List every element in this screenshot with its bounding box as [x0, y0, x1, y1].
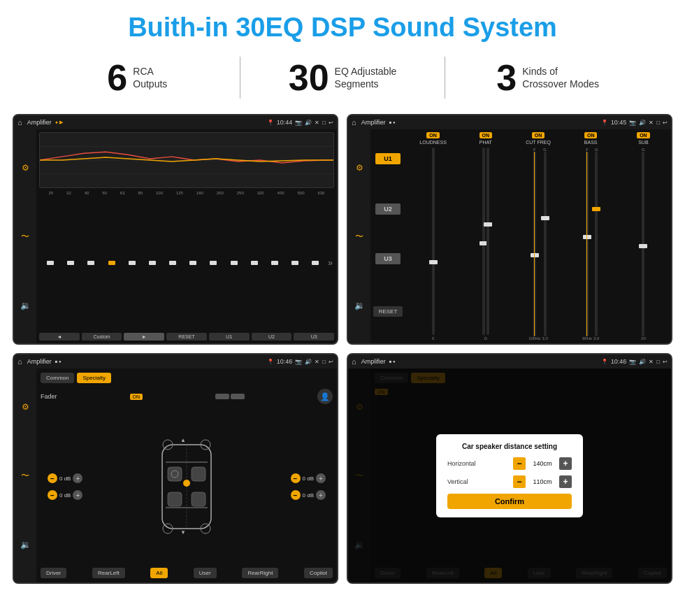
fader-wave-icon[interactable]: 〜: [21, 470, 29, 482]
fader-tab-common[interactable]: Common: [41, 373, 74, 383]
dialog-vertical-minus[interactable]: −: [513, 475, 526, 488]
xover-bass-on[interactable]: ON: [584, 132, 598, 138]
eq-time: 10:44: [277, 119, 293, 126]
eq-reset-btn[interactable]: RESET: [166, 333, 207, 341]
dialog-horizontal-plus[interactable]: +: [559, 457, 572, 470]
fader-all-btn[interactable]: All: [150, 568, 168, 578]
fader-minus-2[interactable]: −: [48, 490, 57, 500]
fader-minimize-icon[interactable]: □: [322, 359, 326, 365]
fader-rearleft-btn[interactable]: RearLeft: [92, 568, 125, 578]
fader-tab-specialty[interactable]: Specialty: [77, 373, 110, 383]
fader-back-icon[interactable]: ↩: [329, 359, 333, 365]
stat-divider-1: [240, 57, 240, 99]
dialog-horizontal-label: Horizontal: [447, 460, 486, 467]
dialog-minimize-icon[interactable]: □: [656, 359, 660, 365]
xover-reset-btn[interactable]: RESET: [373, 306, 403, 317]
eq-sidebar: ⚙ 〜 🔉: [14, 129, 36, 343]
eq-u1-btn[interactable]: U1: [209, 333, 250, 341]
fader-minus-1[interactable]: −: [48, 473, 57, 483]
dialog-screen-title: Amplifier: [361, 358, 386, 365]
svg-text:▼: ▼: [180, 529, 186, 536]
xover-sub-on[interactable]: ON: [637, 132, 650, 138]
dialog-horizontal-value-row: − 140cm +: [513, 457, 572, 470]
eq-back-icon[interactable]: ↩: [329, 120, 333, 126]
screens-grid: ⌂ Amplifier ● ▶ 📍 10:44 📷 🔊 ✕ □ ↩ ⚙ 〜 🔉: [0, 110, 685, 591]
eq-prev-btn[interactable]: ◄: [39, 333, 80, 341]
dialog-overlay: Car speaker distance setting Horizontal …: [348, 368, 671, 582]
xover-home-icon[interactable]: ⌂: [352, 118, 356, 127]
xover-camera-icon: 📷: [629, 120, 636, 126]
fader-speaker-icon[interactable]: 🔉: [20, 540, 31, 550]
xover-status-bar: ⌂ Amplifier ■ ● 📍 10:45 📷 🔊 ✕ □ ↩: [348, 115, 671, 129]
dialog-time: 10:46: [611, 358, 627, 365]
dialog-confirm-button[interactable]: Confirm: [447, 494, 572, 509]
eq-main-area: 2532405063 80100125160200 25032040050063…: [36, 129, 337, 343]
eq-close-icon[interactable]: ✕: [315, 120, 319, 126]
eq-location-icon: 📍: [267, 120, 274, 126]
fader-volume-icon: 🔊: [305, 359, 312, 365]
eq-filter-icon[interactable]: ⚙: [22, 163, 29, 173]
dialog-back-icon[interactable]: ↩: [663, 359, 668, 365]
fader-tabs: Common Specialty: [41, 373, 333, 383]
xover-close-icon[interactable]: ✕: [649, 120, 654, 126]
fader-on-badge[interactable]: ON: [130, 394, 143, 400]
eq-wave-icon[interactable]: 〜: [21, 231, 29, 243]
fader-filter-icon[interactable]: ⚙: [22, 402, 29, 412]
fader-copilot-btn[interactable]: Copilot: [304, 568, 333, 578]
fader-user-btn[interactable]: User: [194, 568, 217, 578]
fader-status-bar: ⌂ Amplifier ■ ● 📍 10:46 📷 🔊 ✕ □ ↩: [14, 354, 337, 368]
xover-main-area: U1 U2 U3 RESET ON LOUDNESS: [370, 129, 671, 343]
fader-plus-3[interactable]: +: [316, 473, 326, 483]
screen-dialog: ⌂ Amplifier ■ ● 📍 10:46 📷 🔊 ✕ □ ↩ ⚙ 〜 🔉: [347, 353, 672, 584]
fader-home-icon[interactable]: ⌂: [17, 357, 22, 366]
dialog-status-right: 📍 10:46 📷 🔊 ✕ □ ↩: [601, 358, 668, 365]
xover-filter-icon[interactable]: ⚙: [356, 163, 363, 173]
xover-minimize-icon[interactable]: □: [656, 120, 660, 126]
xover-loudness-on[interactable]: ON: [426, 132, 440, 138]
xover-phat-on[interactable]: ON: [480, 132, 493, 138]
fader-close-icon[interactable]: ✕: [315, 359, 319, 365]
eq-status-dots: ● ▶: [55, 120, 63, 125]
xover-back-icon[interactable]: ↩: [663, 120, 668, 126]
stat-eq: 30 EQ AdjustableSegments: [247, 59, 438, 96]
fader-plus-1[interactable]: +: [73, 473, 82, 483]
xover-channel-bass: ON BASS F 90Hz: [566, 132, 616, 341]
stat-crossover-number: 3: [496, 59, 517, 96]
eq-speaker-icon[interactable]: 🔉: [20, 301, 31, 310]
fader-driver-btn[interactable]: Driver: [41, 568, 66, 578]
xover-wave-icon[interactable]: 〜: [355, 231, 363, 243]
eq-home-icon[interactable]: ⌂: [17, 118, 22, 127]
xover-time: 10:45: [611, 119, 627, 126]
fader-car-area: − 0 dB + − 0 dB +: [41, 411, 333, 562]
stat-crossover-label: Kinds ofCrossover Modes: [522, 59, 599, 90]
eq-u2-btn[interactable]: U2: [252, 333, 292, 341]
dialog-horizontal-minus[interactable]: −: [513, 457, 526, 470]
fader-plus-2[interactable]: +: [73, 490, 82, 500]
eq-u3-btn[interactable]: U3: [294, 333, 334, 341]
fader-minus-4[interactable]: −: [291, 490, 301, 500]
eq-custom-btn[interactable]: Custom: [82, 333, 122, 341]
xover-u3-btn[interactable]: U3: [375, 253, 401, 264]
fader-rearright-btn[interactable]: RearRight: [242, 568, 278, 578]
eq-title: Amplifier: [27, 119, 52, 126]
xover-u1-btn[interactable]: U1: [375, 153, 401, 164]
dialog-home-icon[interactable]: ⌂: [352, 357, 356, 366]
svg-rect-10: [192, 492, 206, 506]
fader-minus-3[interactable]: −: [291, 473, 301, 483]
fader-status-right: 📍 10:46 📷 🔊 ✕ □ ↩: [267, 358, 333, 365]
screen-fader: ⌂ Amplifier ■ ● 📍 10:46 📷 🔊 ✕ □ ↩ ⚙ 〜 🔉: [13, 353, 338, 584]
stat-rca-label: RCAOutputs: [133, 59, 167, 90]
fader-plus-4[interactable]: +: [316, 490, 326, 500]
fader-avatar[interactable]: 👤: [317, 389, 333, 404]
fader-db-4: 0 dB: [303, 492, 314, 499]
eq-play-btn[interactable]: ►: [124, 333, 164, 341]
eq-minimize-icon[interactable]: □: [322, 120, 326, 126]
dialog-volume-icon: 🔊: [639, 359, 646, 365]
xover-cutfreq-on[interactable]: ON: [532, 132, 545, 138]
xover-speaker-icon[interactable]: 🔉: [354, 301, 365, 310]
dialog-vertical-plus[interactable]: +: [559, 475, 572, 488]
dialog-close-icon[interactable]: ✕: [649, 359, 654, 365]
fader-db-3: 0 dB: [303, 475, 314, 482]
xover-u2-btn[interactable]: U2: [375, 203, 401, 215]
dialog-horizontal-row: Horizontal − 140cm +: [447, 457, 572, 470]
